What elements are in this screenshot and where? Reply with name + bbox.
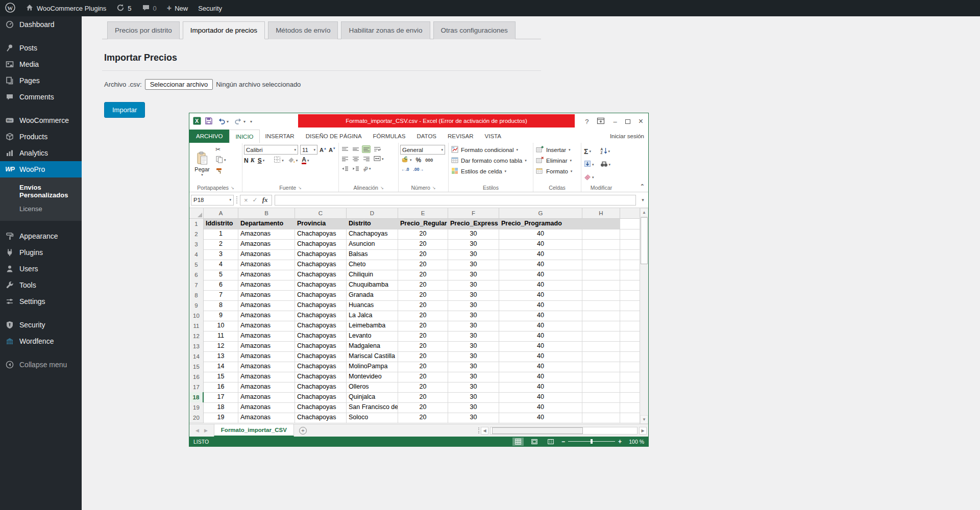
grid-cell[interactable]: 40	[499, 382, 582, 393]
column-header-h[interactable]: H	[582, 208, 620, 219]
grid-cell[interactable]	[620, 413, 640, 423]
zoom-level[interactable]: 100 %	[627, 439, 644, 445]
grid-cell[interactable]	[620, 311, 640, 321]
vertical-scroll-thumb[interactable]	[641, 217, 648, 264]
active-sheet-tab[interactable]: Formato_importar_CSV	[214, 424, 294, 437]
grid-cell[interactable]: 30	[448, 362, 499, 372]
grid-cell[interactable]: 30	[448, 402, 499, 413]
sidebar-item-dashboard[interactable]: Dashboard	[0, 16, 82, 33]
grid-cell[interactable]: 20	[398, 382, 448, 393]
redo-icon[interactable]: ▾	[233, 116, 247, 127]
percent-style-icon[interactable]: %	[415, 156, 423, 164]
grid-cell[interactable]: 20	[398, 290, 448, 301]
orientation-icon[interactable]: ab▾	[362, 166, 372, 172]
cell-styles-button[interactable]: Estilos de celda▾	[451, 166, 531, 176]
zoom-in-icon[interactable]: +	[618, 438, 622, 445]
currency-format-icon[interactable]: ▾	[400, 155, 413, 165]
row-header-15[interactable]: 15	[189, 362, 204, 372]
decrease-font-icon[interactable]: A▼	[329, 147, 336, 153]
horizontal-scroll-track[interactable]	[490, 427, 638, 435]
row-header-10[interactable]: 10	[189, 311, 204, 321]
ribbon-tab-dise-o-de-p-gina[interactable]: DISEÑO DE PÁGINA	[300, 130, 368, 143]
row-header-8[interactable]: 8	[189, 290, 204, 301]
page-layout-view-icon[interactable]	[529, 438, 540, 446]
grid-cell[interactable]	[582, 260, 620, 270]
grid-cell[interactable]	[620, 331, 640, 342]
grid-cell[interactable]: 20	[398, 321, 448, 332]
grid-cell[interactable]: 20	[398, 351, 448, 362]
grid-cell[interactable]	[620, 290, 640, 301]
row-header-1[interactable]: 1	[189, 219, 204, 230]
sidebar-item-woopro[interactable]: WPWooPro	[0, 161, 82, 177]
grid-cell[interactable]: 40	[499, 229, 582, 240]
grid-cell[interactable]: Amazonas	[238, 331, 295, 342]
ribbon-display-options-icon[interactable]	[597, 117, 605, 126]
ribbon-tab-archivo[interactable]: ARCHIVO	[189, 130, 229, 143]
align-top-icon[interactable]	[340, 145, 349, 153]
grid-cell[interactable]: 30	[448, 331, 499, 342]
grid-cell[interactable]: Amazonas	[238, 229, 295, 240]
grid-cell[interactable]: 30	[448, 311, 499, 321]
scroll-right-icon[interactable]: ▶	[639, 427, 647, 435]
name-box[interactable]: P18▾	[191, 195, 234, 206]
grid-cell[interactable]: 30	[448, 290, 499, 301]
grid-cell[interactable]: 19	[204, 413, 238, 423]
grid-cell[interactable]: Amazonas	[238, 372, 295, 382]
formula-bar-splitter[interactable]	[236, 196, 237, 203]
grid-cell[interactable]: Asuncion	[347, 239, 398, 250]
grid-cell[interactable]: Chachapoyas	[295, 311, 347, 321]
grid-cell[interactable]: 20	[398, 402, 448, 413]
grid-cell[interactable]: Balsas	[347, 249, 398, 260]
grid-cell[interactable]: 40	[499, 372, 582, 382]
grid-cell[interactable]: Chachapoyas	[295, 372, 347, 382]
prev-sheet-icon[interactable]: ◀	[195, 428, 199, 433]
grid-cell[interactable]: 30	[448, 382, 499, 393]
grid-cell[interactable]: 15	[204, 372, 238, 382]
grid-cell[interactable]: Chachapoyas	[295, 300, 347, 311]
grid-cell[interactable]: 20	[398, 260, 448, 270]
grid-cell[interactable]: Chachapoyas	[295, 290, 347, 301]
grid-cell[interactable]: 40	[499, 290, 582, 301]
grid-cell[interactable]: Chachapoyas	[295, 382, 347, 393]
grid-cell[interactable]: Cheto	[347, 260, 398, 270]
sidebar-item-analytics[interactable]: Analytics	[0, 145, 82, 161]
column-header-c[interactable]: C	[295, 208, 347, 219]
grid-cell[interactable]: Amazonas	[238, 239, 295, 250]
row-header-2[interactable]: 2	[189, 229, 204, 240]
grid-cell[interactable]: 40	[499, 362, 582, 372]
row-header-5[interactable]: 5	[189, 260, 204, 270]
comma-style-icon[interactable]: 000	[424, 157, 434, 163]
sidebar-item-tools[interactable]: Tools	[0, 277, 82, 293]
grid-cell[interactable]: Amazonas	[238, 249, 295, 260]
sidebar-item-posts[interactable]: Posts	[0, 40, 82, 56]
grid-cell[interactable]: 20	[398, 392, 448, 403]
grid-cell[interactable]	[582, 239, 620, 250]
horizontal-scroll-thumb[interactable]	[492, 427, 583, 434]
grid-cell[interactable]: 30	[448, 341, 499, 352]
undo-icon[interactable]: ▾	[216, 116, 230, 127]
grid-cell[interactable]: 30	[448, 321, 499, 332]
grid-cell[interactable]: Soloco	[347, 413, 398, 423]
grid-cell[interactable]: Amazonas	[238, 413, 295, 423]
grid-cell[interactable]: 30	[448, 413, 499, 423]
grid-cell[interactable]: Iddistrito	[204, 219, 238, 230]
grid-cell[interactable]: Chachapoyas	[295, 331, 347, 342]
column-header-d[interactable]: D	[347, 208, 398, 219]
site-name-link[interactable]: WooCommerce Plugins	[20, 0, 111, 16]
grid-cell[interactable]	[620, 219, 640, 230]
grid-cell[interactable]: 20	[398, 311, 448, 321]
grid-cell[interactable]: 9	[204, 311, 238, 321]
grid-cell[interactable]: 10	[204, 321, 238, 332]
grid-cell[interactable]: 6	[204, 280, 238, 291]
wrap-text-icon[interactable]	[373, 145, 381, 153]
grid-cell[interactable]: 40	[499, 311, 582, 321]
grid-cell[interactable]	[620, 392, 640, 403]
italic-button[interactable]: K	[251, 157, 255, 164]
grid-cell[interactable]: 20	[398, 341, 448, 352]
tab-split-handle[interactable]	[478, 427, 479, 434]
grid-cell[interactable]: 40	[499, 341, 582, 352]
grid-cell[interactable]: 2	[204, 239, 238, 250]
grid-cell[interactable]	[582, 270, 620, 280]
vertical-scrollbar[interactable]: ▲ ▼	[640, 208, 648, 424]
grid-cell[interactable]: Chachapoyas	[295, 413, 347, 423]
